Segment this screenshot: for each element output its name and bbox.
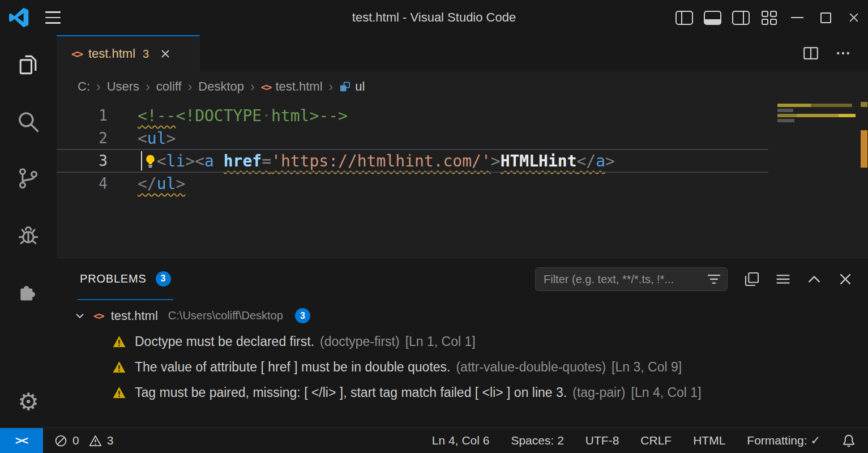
- tab-close-icon[interactable]: [160, 48, 171, 59]
- more-actions-icon[interactable]: [835, 45, 851, 61]
- code-text: <!--<!DOCTYPE·html>-->: [138, 106, 348, 125]
- editor-actions: [802, 35, 868, 71]
- vscode-logo-icon: [0, 7, 37, 28]
- breadcrumb-separator-icon: ›: [146, 79, 150, 95]
- problem-location: [Ln 4, Col 1]: [631, 385, 702, 400]
- breadcrumb-item-coliff[interactable]: coliff: [156, 79, 182, 94]
- breadcrumb-label: Desktop: [198, 79, 244, 94]
- breadcrumb-item-c[interactable]: C:: [78, 79, 90, 94]
- eol-sequence[interactable]: CRLF: [640, 434, 672, 447]
- code-line-3[interactable]: 3 <li><a href='https://htmlhint.com/'>HT…: [57, 149, 868, 172]
- code-token: </: [576, 152, 596, 170]
- status-problems[interactable]: 0 3: [45, 434, 122, 447]
- search-icon[interactable]: [0, 105, 57, 138]
- tab-label: test.html: [88, 46, 135, 61]
- problem-row[interactable]: Doctype must be declared first.(doctype-…: [57, 329, 868, 354]
- warning-count: 3: [107, 434, 114, 447]
- code-token: >: [185, 152, 195, 170]
- explorer-icon[interactable]: [0, 49, 57, 82]
- minimize-button[interactable]: [783, 0, 811, 35]
- close-button[interactable]: [840, 0, 868, 35]
- code-token: <: [195, 152, 204, 170]
- code-token: <!DOCTYPE: [176, 106, 262, 125]
- code-token: >: [176, 174, 185, 193]
- line-number: 1: [57, 107, 138, 124]
- open-editors-icon[interactable]: [744, 271, 760, 287]
- panel-header: PROBLEMS 3: [57, 258, 868, 300]
- tab-test-html[interactable]: <> test.html 3: [57, 35, 200, 71]
- breadcrumb-separator-icon: ›: [188, 79, 193, 95]
- remote-indicator[interactable]: ><: [0, 428, 43, 453]
- close-panel-icon[interactable]: [837, 271, 853, 287]
- settings-gear-icon[interactable]: ⚙: [0, 386, 57, 418]
- tab-bar: <> test.html 3: [57, 35, 868, 71]
- code-token: >: [166, 129, 176, 148]
- problems-file-row[interactable]: <> test.html C:\Users\coliff\Desktop 3: [57, 302, 868, 329]
- problem-row[interactable]: Tag must be paired, missing: [ </li> ], …: [57, 380, 868, 405]
- code-token: >: [605, 152, 615, 170]
- breadcrumb-item-testhtml[interactable]: <>test.html: [261, 79, 323, 94]
- notifications-bell-icon[interactable]: [842, 434, 856, 447]
- toggle-secondary-sidebar-icon[interactable]: [726, 0, 755, 35]
- problem-message: Doctype must be declared first.: [135, 334, 314, 349]
- breadcrumb-item-desktop[interactable]: Desktop: [198, 79, 244, 94]
- view-as-list-icon[interactable]: [775, 271, 791, 287]
- html-file-icon: <>: [93, 310, 104, 322]
- run-debug-icon[interactable]: [0, 219, 57, 251]
- problem-message: The value of attribute [ href ] must be …: [135, 360, 450, 374]
- text-cursor: [141, 151, 142, 170]
- problems-panel: PROBLEMS 3: [57, 258, 868, 428]
- maximize-button[interactable]: [811, 0, 840, 35]
- language-mode[interactable]: HTML: [693, 434, 725, 447]
- formatting-status[interactable]: Formatting: ✓: [747, 434, 820, 447]
- problems-count-badge: 3: [156, 271, 171, 287]
- toggle-primary-sidebar-icon[interactable]: [670, 0, 698, 35]
- code-text: <li><a href='https://htmlhint.com/'>HTML…: [138, 152, 615, 170]
- chevron-down-icon: [74, 310, 86, 322]
- warning-icon: [112, 360, 126, 374]
- status-right: Ln 4, Col 6 Spaces: 2 UTF-8 CRLF HTML Fo…: [432, 434, 868, 447]
- activity-bar: ⚙: [0, 35, 57, 428]
- source-control-icon[interactable]: [0, 162, 57, 195]
- menu-hamburger-icon[interactable]: [37, 5, 69, 30]
- code-line-4[interactable]: 4</ul>: [57, 172, 868, 195]
- extensions-icon[interactable]: [0, 275, 57, 308]
- warnings-icon: [89, 434, 102, 447]
- problems-filter-input[interactable]: [544, 273, 707, 286]
- tab-problems-count: 3: [143, 48, 149, 61]
- breadcrumb-item-users[interactable]: Users: [107, 79, 139, 94]
- encoding[interactable]: UTF-8: [585, 434, 619, 447]
- code-line-2[interactable]: 2<ul>: [57, 127, 868, 149]
- panel-title: PROBLEMS: [80, 272, 147, 285]
- toggle-panel-icon[interactable]: [698, 0, 726, 35]
- breadcrumb-label: C:: [78, 79, 90, 94]
- html-file-icon: <>: [71, 48, 82, 60]
- filter-icon: [707, 272, 721, 287]
- problems-file-name: test.html: [111, 309, 158, 323]
- breadcrumb-label: ul: [355, 79, 365, 94]
- code-token: </: [138, 174, 157, 193]
- status-bar: >< 0 3 Ln 4, Col 6 Spaces: 2 UTF-8 CRLF …: [0, 428, 868, 453]
- code-text: </ul>: [138, 174, 185, 193]
- code-editor[interactable]: 1<!--<!DOCTYPE·html>-->2<ul>3 <li><a hre…: [57, 102, 868, 258]
- line-number: 4: [57, 175, 138, 192]
- window-controls: [670, 0, 868, 35]
- problem-source: (tag-pair): [572, 385, 625, 400]
- symbol-element-icon: [339, 81, 350, 92]
- split-editor-icon[interactable]: [802, 45, 819, 62]
- warning-icon: [112, 386, 126, 400]
- code-token: a: [596, 152, 605, 170]
- errors-icon: [54, 434, 67, 447]
- lightbulb-icon[interactable]: [143, 154, 157, 168]
- indentation[interactable]: Spaces: 2: [511, 434, 563, 447]
- maximize-panel-icon[interactable]: [806, 271, 822, 287]
- problems-file-path: C:\Users\coliff\Desktop: [168, 309, 283, 322]
- cursor-position[interactable]: Ln 4, Col 6: [432, 434, 490, 447]
- code-line-1[interactable]: 1<!--<!DOCTYPE·html>-->: [57, 104, 868, 127]
- code-token: a: [204, 152, 214, 170]
- breadcrumb: C:›Users›coliff›Desktop›<>test.html›ul: [57, 71, 868, 102]
- problem-row[interactable]: The value of attribute [ href ] must be …: [57, 354, 868, 380]
- tab-problems[interactable]: PROBLEMS 3: [78, 258, 173, 300]
- customize-layout-icon[interactable]: [755, 0, 783, 35]
- breadcrumb-item-ul[interactable]: ul: [339, 79, 365, 94]
